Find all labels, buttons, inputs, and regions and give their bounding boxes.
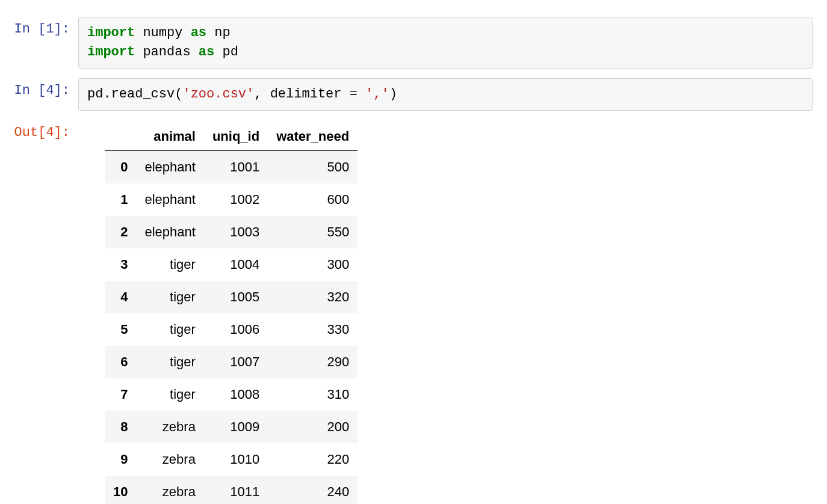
table-row: 5tiger1006330 (105, 313, 358, 346)
input-prompt: In [4]: (0, 78, 78, 111)
table-header: animal uniq_id water_need (105, 123, 358, 151)
cell-value: 1011 (204, 476, 268, 504)
code-text: numpy (135, 25, 190, 40)
table-row: 3tiger1004300 (105, 248, 358, 281)
cell-value: 240 (268, 476, 358, 504)
cell-value: zebra (136, 411, 203, 443)
row-index: 7 (105, 378, 136, 411)
cell-value: 300 (268, 248, 358, 281)
code-text: , delimiter = (254, 87, 365, 102)
code-text: pd.read_csv( (87, 87, 182, 102)
cell-value: elephant (136, 150, 203, 183)
cell-value: zebra (136, 476, 203, 504)
row-index: 6 (105, 346, 136, 378)
prompt-number: 4 (46, 83, 54, 98)
code-string: ',' (365, 87, 389, 102)
cell-value: 1009 (204, 411, 268, 443)
cell-value: elephant (136, 183, 203, 216)
code-editor[interactable]: pd.read_csv('zoo.csv', delimiter = ',') (78, 78, 813, 111)
table-row: 7tiger1008310 (105, 378, 358, 411)
column-header: animal (136, 123, 203, 151)
prompt-suffix: ]: (54, 22, 70, 37)
cell-value: 1006 (204, 313, 268, 346)
code-text: pd (214, 45, 238, 60)
notebook-container: In [1]: import numpy as np import pandas… (0, 0, 827, 504)
input-prompt: In [1]: (0, 17, 78, 69)
row-index: 0 (105, 150, 136, 183)
cell-value: elephant (136, 216, 203, 248)
code-keyword: import (87, 25, 135, 40)
prompt-prefix: Out[ (14, 125, 46, 140)
cell-value: 1007 (204, 346, 268, 378)
row-index: 3 (105, 248, 136, 281)
cell-value: 320 (268, 281, 358, 313)
code-editor[interactable]: import numpy as np import pandas as pd (78, 17, 813, 69)
row-index: 5 (105, 313, 136, 346)
prompt-suffix: ]: (54, 83, 70, 98)
table-row: 4tiger1005320 (105, 281, 358, 313)
row-index: 1 (105, 183, 136, 216)
cell-value: 600 (268, 183, 358, 216)
output-prompt: Out[4]: (0, 120, 78, 504)
code-cell: In [1]: import numpy as np import pandas… (0, 17, 827, 69)
code-input-area[interactable]: import numpy as np import pandas as pd (78, 17, 813, 69)
cell-value: 1004 (204, 248, 268, 281)
table-row: 1elephant1002600 (105, 183, 358, 216)
row-index: 10 (105, 476, 136, 504)
cell-value: 220 (268, 443, 358, 476)
prompt-number: 1 (46, 22, 54, 37)
row-index: 9 (105, 443, 136, 476)
cell-value: 1005 (204, 281, 268, 313)
index-header (105, 123, 136, 151)
table-row: 9zebra1010220 (105, 443, 358, 476)
cell-value: tiger (136, 313, 203, 346)
cell-value: 330 (268, 313, 358, 346)
cell-value: tiger (136, 248, 203, 281)
code-keyword: as (191, 25, 206, 40)
dataframe-table: animal uniq_id water_need 0elephant10015… (105, 123, 358, 504)
table-body: 0elephant10015001elephant10026002elephan… (105, 150, 358, 504)
table-row: 10zebra1011240 (105, 476, 358, 504)
code-text: ) (389, 87, 397, 102)
table-row: 6tiger1007290 (105, 346, 358, 378)
cell-value: 310 (268, 378, 358, 411)
cell-value: 550 (268, 216, 358, 248)
cell-value: 1010 (204, 443, 268, 476)
code-keyword: import (87, 45, 135, 60)
cell-value: tiger (136, 378, 203, 411)
cell-value: zebra (136, 443, 203, 476)
cell-value: 1001 (204, 150, 268, 183)
table-row: 2elephant1003550 (105, 216, 358, 248)
cell-value: 290 (268, 346, 358, 378)
cell-value: 200 (268, 411, 358, 443)
table-row: 8zebra1009200 (105, 411, 358, 443)
code-keyword: as (199, 45, 214, 60)
cell-value: tiger (136, 346, 203, 378)
cell-value: 1008 (204, 378, 268, 411)
output-cell: Out[4]: animal uniq_id water_need 0eleph… (0, 120, 827, 504)
code-input-area[interactable]: pd.read_csv('zoo.csv', delimiter = ',') (78, 78, 813, 111)
prompt-prefix: In [ (14, 83, 46, 98)
cell-value: 500 (268, 150, 358, 183)
table-row: 0elephant1001500 (105, 150, 358, 183)
column-header: uniq_id (204, 123, 268, 151)
cell-value: tiger (136, 281, 203, 313)
column-header: water_need (268, 123, 358, 151)
cell-value: 1003 (204, 216, 268, 248)
prompt-number: 4 (46, 125, 54, 140)
code-text: np (206, 25, 231, 40)
code-cell: In [4]: pd.read_csv('zoo.csv', delimiter… (0, 78, 827, 111)
code-string: 'zoo.csv' (182, 87, 254, 102)
row-index: 4 (105, 281, 136, 313)
prompt-prefix: In [ (14, 22, 46, 37)
code-text: pandas (135, 45, 199, 60)
prompt-suffix: ]: (54, 125, 70, 140)
output-area: animal uniq_id water_need 0elephant10015… (78, 120, 827, 504)
row-index: 2 (105, 216, 136, 248)
cell-value: 1002 (204, 183, 268, 216)
row-index: 8 (105, 411, 136, 443)
